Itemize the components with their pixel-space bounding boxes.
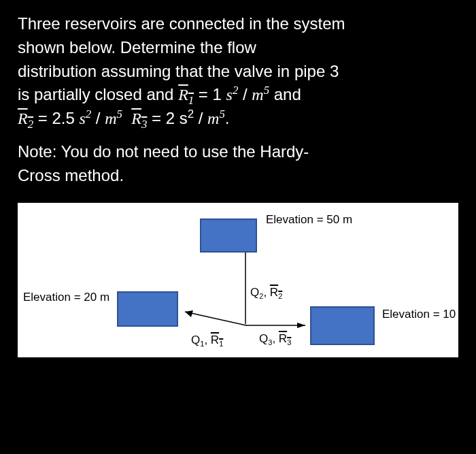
problem-line-1: Three reservoirs are connected in the sy…: [18, 14, 345, 33]
svg-marker-2: [185, 310, 193, 317]
s2-1: s2: [226, 86, 239, 103]
q3-r3-label: Q3, R3: [259, 331, 291, 348]
m5-2: m5: [105, 110, 122, 127]
eq1: = 1: [194, 85, 226, 103]
r1-symbol: R1: [178, 86, 194, 103]
slash-1: /: [238, 85, 252, 103]
elevation-10-label: Elevation = 10 m: [382, 306, 469, 323]
s2-2: s2: [79, 110, 91, 127]
pipe-1-arrow: [178, 308, 246, 329]
eq3b: /: [194, 109, 207, 127]
pipe-3-arrow: [245, 322, 313, 330]
problem-statement: Three reservoirs are connected in the sy…: [18, 12, 458, 188]
sup2-3: 2: [188, 108, 194, 120]
note-line-2: Cross method.: [18, 166, 124, 184]
reservoir-top: [200, 218, 257, 253]
note-line-1: Note: You do not need to use the Hardy-: [18, 142, 309, 161]
eq3a: = 2 s: [147, 109, 187, 127]
reservoir-right: [310, 306, 375, 345]
m5-3: m5: [207, 110, 225, 127]
eq2: = 2.5: [33, 109, 79, 127]
svg-line-1: [185, 312, 246, 325]
reservoir-left: [117, 291, 178, 327]
and: and: [269, 85, 301, 103]
problem-line-4a: is partially closed and: [18, 85, 178, 103]
period: .: [225, 109, 230, 127]
elevation-20-label: Elevation = 20 m: [23, 289, 109, 306]
reservoir-diagram: Elevation = 50 m Elevation = 20 m Elevat…: [18, 203, 458, 357]
q2-r2-label: Q2, R2: [250, 285, 282, 302]
problem-line-3: distribution assuming that the valve in …: [18, 62, 339, 80]
svg-marker-4: [297, 323, 305, 328]
slash-2: /: [91, 109, 105, 127]
r3-symbol: R3: [131, 110, 147, 127]
elevation-50-label: Elevation = 50 m: [266, 212, 352, 229]
q1-r1-label: Q1, R1: [191, 332, 223, 349]
problem-line-2: shown below. Determine the flow: [18, 38, 256, 56]
r2-symbol: R2: [18, 110, 33, 127]
m5-1: m5: [252, 86, 269, 103]
pipe-2-line: [242, 253, 249, 324]
